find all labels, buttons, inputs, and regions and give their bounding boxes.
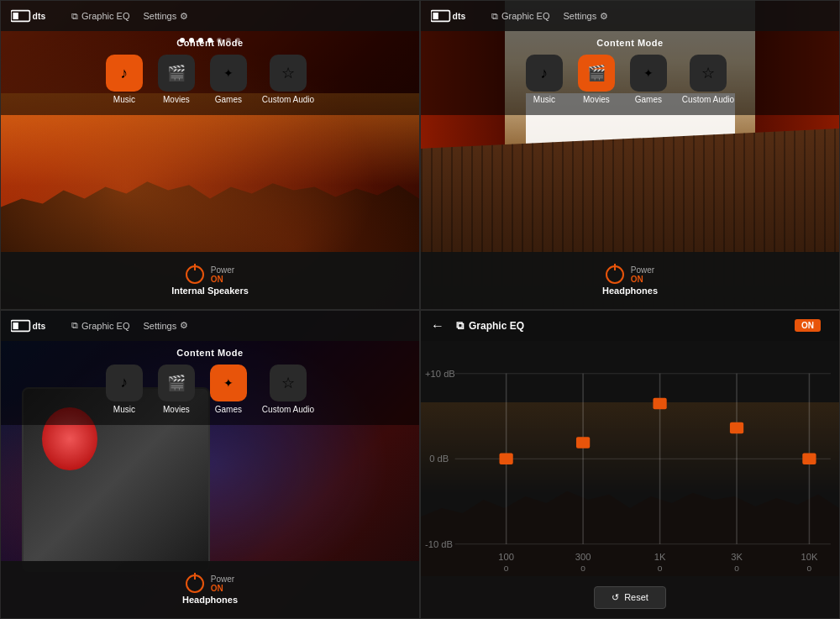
mode-games-3[interactable]: ✦ Games — [210, 365, 247, 414]
eq-sliders-icon-4: ⧉ — [456, 319, 464, 333]
mode-buttons-2: ♪ Music 🎬 Movies ✦ Games ☆ Custom Audio — [526, 55, 734, 104]
mode-music-1[interactable]: ♪ Music — [106, 55, 143, 104]
nav-settings-2[interactable]: Settings ⚙ — [563, 11, 608, 22]
bottom-status-2: Power ON Headphones — [421, 252, 839, 309]
content-mode-title-3: Content Mode — [176, 348, 243, 358]
eq-title: ⧉ Graphic EQ — [456, 319, 524, 333]
mode-movies-3[interactable]: 🎬 Movies — [158, 365, 195, 414]
dot-7 — [235, 38, 240, 43]
music-label-1: Music — [113, 95, 135, 104]
power-icon-3[interactable] — [186, 574, 204, 593]
music-icon-wrap-1: ♪ — [106, 55, 143, 92]
svg-text:100: 100 — [498, 552, 514, 562]
eq-reset-bar: ↺ Reset — [421, 576, 839, 618]
power-label-1: Power ON — [211, 265, 234, 284]
nav-graphic-eq-3[interactable]: ⧉ Graphic EQ — [71, 320, 129, 331]
custom-label-2: Custom Audio — [682, 95, 734, 104]
mode-music-3[interactable]: ♪ Music — [106, 365, 143, 414]
stage-lights — [1, 93, 419, 247]
dts-logo-1: dts — [11, 9, 51, 23]
content-mode-bar-2: Content Mode ♪ Music 🎬 Movies ✦ Games ☆ … — [421, 31, 839, 115]
eq-on-toggle[interactable]: ON — [795, 319, 821, 332]
eq-svg: +10 dB 0 dB -10 dB 100 0 300 0 1K 0 3K 0… — [421, 341, 839, 577]
back-button[interactable]: ← — [431, 318, 444, 333]
dot-2 — [189, 38, 194, 43]
mode-custom-1[interactable]: ☆ Custom Audio — [262, 55, 314, 104]
dot-indicators — [1, 33, 419, 48]
svg-text:0: 0 — [504, 563, 509, 572]
navbar-2: dts ⧉ Graphic EQ Settings ⚙ — [421, 1, 839, 31]
dot-1 — [180, 38, 185, 43]
mode-custom-3[interactable]: ☆ Custom Audio — [262, 365, 314, 414]
navbar-1: dts ⧉ Graphic EQ Settings ⚙ — [1, 1, 419, 31]
music-label-3: Music — [113, 405, 135, 414]
dts-logo-3: dts — [11, 319, 51, 333]
eq-sliders-icon-1: ⧉ — [71, 11, 78, 22]
custom-icon-wrap-2: ☆ — [690, 55, 727, 92]
movies-label-1: Movies — [163, 95, 190, 104]
svg-rect-24 — [653, 397, 666, 409]
power-label-2: Power ON — [631, 265, 654, 284]
panel-graphic-eq: ← ⧉ Graphic EQ ON +10 dB 0 dB -10 dB 100… — [420, 310, 840, 620]
power-on-text-1: ON — [211, 275, 223, 284]
dts-logo-svg-3: dts — [11, 319, 51, 333]
games-label-1: Games — [215, 95, 242, 104]
svg-text:dts: dts — [453, 12, 466, 21]
nav-settings-1[interactable]: Settings ⚙ — [143, 11, 188, 22]
svg-rect-4 — [433, 13, 438, 19]
mode-games-2[interactable]: ✦ Games — [630, 55, 667, 104]
games-icon-wrap-3: ✦ — [210, 365, 247, 401]
content-mode-title-2: Content Mode — [596, 38, 663, 48]
nav-graphic-eq-1[interactable]: ⧉ Graphic EQ — [71, 11, 129, 22]
svg-text:0: 0 — [807, 563, 812, 572]
svg-text:0 dB: 0 dB — [429, 454, 449, 464]
movies-icon-wrap-3: 🎬 — [158, 365, 195, 401]
device-label-3: Headphones — [182, 595, 238, 605]
power-row-1: Power ON — [186, 265, 234, 284]
svg-rect-20 — [576, 437, 590, 449]
power-text-2: Power — [631, 265, 654, 275]
mode-movies-1[interactable]: 🎬 Movies — [158, 55, 195, 104]
mode-movies-2[interactable]: 🎬 Movies — [578, 55, 615, 104]
power-icon-1[interactable] — [186, 265, 204, 284]
music-icon-wrap-3: ♪ — [106, 365, 143, 401]
svg-text:10K: 10K — [801, 552, 818, 562]
mode-games-1[interactable]: ✦ Games — [210, 55, 247, 104]
svg-text:+10 dB: +10 dB — [425, 368, 455, 378]
svg-text:0: 0 — [658, 563, 663, 572]
custom-label-3: Custom Audio — [262, 405, 314, 414]
svg-text:dts: dts — [33, 322, 46, 331]
movies-label-2: Movies — [583, 95, 610, 104]
svg-text:1K: 1K — [654, 552, 666, 562]
content-mode-bar-3: Content Mode ♪ Music 🎬 Movies ✦ Games ☆ … — [1, 341, 419, 425]
device-label-1: Internal Speakers — [171, 286, 249, 296]
svg-text:-10 dB: -10 dB — [425, 538, 453, 548]
power-icon-2[interactable] — [606, 265, 624, 284]
eq-sliders-icon-2: ⧉ — [491, 11, 498, 22]
svg-rect-32 — [802, 453, 816, 464]
reset-button[interactable]: ↺ Reset — [594, 586, 666, 609]
nav-settings-3[interactable]: Settings ⚙ — [143, 320, 188, 331]
nav-graphic-eq-2[interactable]: ⧉ Graphic EQ — [491, 11, 549, 22]
mode-music-2[interactable]: ♪ Music — [526, 55, 563, 104]
settings-icon-3: ⚙ — [180, 320, 188, 331]
svg-rect-28 — [730, 422, 743, 433]
svg-text:0: 0 — [580, 563, 585, 572]
games-icon-wrap-1: ✦ — [210, 55, 247, 92]
movies-icon-wrap-1: 🎬 — [158, 55, 195, 92]
dot-5 — [217, 38, 222, 43]
games-label-2: Games — [635, 95, 662, 104]
games-icon-wrap-2: ✦ — [630, 55, 667, 92]
power-row-2: Power ON — [606, 265, 654, 284]
eq-header: ← ⧉ Graphic EQ ON — [421, 311, 839, 341]
music-label-2: Music — [533, 95, 555, 104]
music-icon-wrap-2: ♪ — [526, 55, 563, 92]
panel-games: dts ⧉ Graphic EQ Settings ⚙ Content Mode… — [0, 310, 420, 620]
settings-icon-2: ⚙ — [600, 11, 608, 22]
svg-text:0: 0 — [734, 563, 739, 572]
power-text-1: Power — [211, 265, 234, 275]
bottom-status-1: Power ON Internal Speakers — [1, 252, 419, 309]
svg-rect-1 — [13, 13, 18, 19]
mode-custom-2[interactable]: ☆ Custom Audio — [682, 55, 734, 104]
mode-buttons-3: ♪ Music 🎬 Movies ✦ Games ☆ Custom Audio — [106, 365, 314, 414]
